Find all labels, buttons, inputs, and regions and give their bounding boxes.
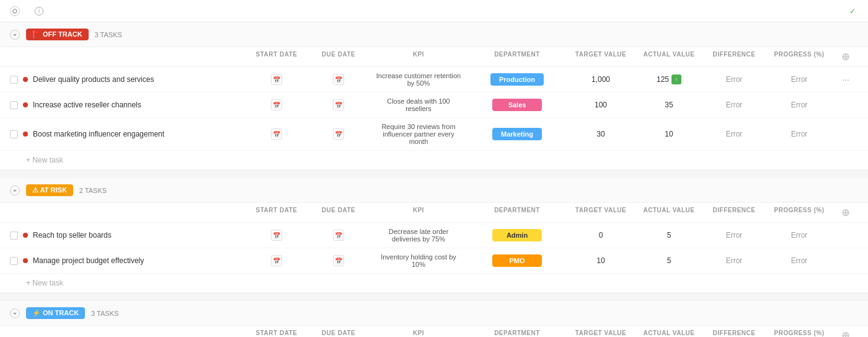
task-count-on-track: 3 TASKS — [91, 310, 118, 317]
col-header-at-risk-5: TARGET VALUE — [567, 207, 635, 218]
department-badge[interactable]: Admin — [492, 229, 542, 241]
convert-icon[interactable]: ⇄ — [159, 74, 169, 84]
col-headers-at-risk: START DATEDUE DATEKPIDEPARTMENTTARGET VA… — [0, 203, 868, 223]
due-date-cell: 📅 — [308, 255, 370, 266]
due-date-icon[interactable]: 📅 — [333, 99, 344, 110]
edit-icon[interactable]: ✎ — [184, 74, 193, 84]
target-value-cell: 30 — [567, 130, 635, 138]
actual-value-cell: 125↑ — [635, 74, 703, 84]
kpi-cell: Inventory holding cost by 10% — [370, 253, 467, 268]
col-header-at-risk-1: START DATE — [246, 207, 308, 218]
col-header-off-track-6: ACTUAL VALUE — [635, 51, 703, 63]
col-header-at-risk-2: DUE DATE — [308, 207, 370, 218]
section-header-off-track: 🚩 OFF TRACK 3 TASKS — [0, 22, 868, 47]
kpi-cell: Require 30 reviews from influencer partn… — [370, 123, 467, 145]
back-icon[interactable] — [10, 6, 20, 16]
col-header-on-track-1: START DATE — [246, 330, 308, 337]
link-icon[interactable]: 🔗 — [171, 74, 181, 84]
top-bar: i ✓ — [0, 0, 868, 22]
start-date-cell: 📅 — [246, 128, 308, 140]
target-value-cell: 100 — [567, 101, 635, 109]
start-date-cell: 📅 — [246, 255, 308, 266]
collapse-icon-at-risk[interactable] — [10, 186, 20, 195]
task-name-cell: Manage project budget effectively — [10, 256, 246, 265]
start-date-icon[interactable]: 📅 — [271, 128, 282, 140]
task-checkbox[interactable] — [10, 257, 18, 265]
department-cell: PMO — [467, 254, 567, 267]
due-date-icon[interactable]: 📅 — [333, 255, 344, 266]
start-date-cell: 📅 — [246, 74, 308, 85]
section-off-track: 🚩 OFF TRACK 3 TASKS START DATEDUE DATEKP… — [0, 22, 868, 171]
top-bar-left: i — [10, 6, 51, 16]
status-badge-off-track: 🚩 OFF TRACK — [26, 29, 89, 40]
department-badge[interactable]: Production — [490, 73, 544, 86]
table-row: Deliver quality products and services ⇄ … — [0, 67, 868, 92]
task-status-dot — [23, 233, 28, 238]
add-new-task-link[interactable]: + New task — [0, 151, 868, 170]
actual-value-cell: 10 — [635, 130, 703, 138]
col-header-on-track-9: ⊕ — [833, 330, 858, 337]
due-date-icon[interactable]: 📅 — [333, 230, 344, 241]
due-date-cell: 📅 — [308, 74, 370, 85]
task-count-off-track: 3 TASKS — [95, 31, 122, 38]
department-cell: Sales — [467, 99, 567, 111]
target-value-cell: 10 — [567, 256, 635, 265]
department-badge[interactable]: Sales — [492, 99, 542, 111]
difference-cell: Error — [703, 130, 765, 138]
progress-cell: Error — [765, 75, 833, 84]
add-new-task-link[interactable]: + New task — [0, 274, 868, 293]
start-date-cell: 📅 — [246, 99, 308, 110]
status-badge-at-risk: ⚠ AT RISK — [26, 184, 73, 196]
due-date-icon[interactable]: 📅 — [333, 128, 344, 140]
actual-value-cell: 5 — [635, 256, 703, 265]
hide-closed-button[interactable]: ✓ — [849, 7, 858, 16]
task-status-dot — [23, 258, 28, 263]
section-spacer — [0, 294, 868, 301]
start-date-icon[interactable]: 📅 — [271, 230, 282, 241]
task-checkbox[interactable] — [10, 76, 18, 84]
department-cell: Marketing — [467, 128, 567, 140]
col-header-at-risk-8: PROGRESS (%) — [765, 207, 833, 218]
department-badge[interactable]: Marketing — [492, 128, 542, 140]
col-header-off-track-7: DIFFERENCE — [703, 51, 765, 63]
task-name-cell: Reach top seller boards — [10, 231, 246, 240]
task-checkbox[interactable] — [10, 231, 18, 240]
due-date-icon[interactable]: 📅 — [333, 74, 344, 85]
task-name: Boost marketing influencer engagement — [33, 130, 164, 138]
start-date-icon[interactable]: 📅 — [271, 99, 282, 110]
sections-container: 🚩 OFF TRACK 3 TASKS START DATEDUE DATEKP… — [0, 22, 868, 337]
task-checkbox[interactable] — [10, 101, 18, 109]
due-date-cell: 📅 — [308, 128, 370, 140]
more-options-button[interactable]: ··· — [833, 74, 858, 84]
task-checkbox[interactable] — [10, 130, 18, 138]
start-date-icon[interactable]: 📅 — [271, 74, 282, 85]
kpi-cell: Close deals with 100 resellers — [370, 97, 467, 112]
info-icon[interactable]: i — [35, 7, 43, 16]
add-col-button-off-track[interactable]: ⊕ — [833, 51, 858, 63]
actual-value-text: 125 — [657, 75, 669, 84]
due-date-cell: 📅 — [308, 230, 370, 241]
target-value-cell: 0 — [567, 231, 635, 240]
add-col-button-at-risk[interactable]: ⊕ — [833, 207, 858, 218]
task-count-at-risk: 2 TASKS — [79, 187, 107, 194]
collapse-icon-off-track[interactable] — [10, 30, 20, 40]
trend-up-icon: ↑ — [671, 74, 681, 84]
col-header-at-risk-4: DEPARTMENT — [467, 207, 567, 218]
table-row: Boost marketing influencer engagement 📅📅… — [0, 118, 868, 151]
kpi-cell: Decrease late order deliveries by 75% — [370, 228, 467, 243]
task-name-cell: Increase active reseller channels — [10, 101, 246, 109]
start-date-icon[interactable]: 📅 — [271, 255, 282, 266]
task-name: Manage project budget effectively — [33, 256, 144, 265]
department-badge[interactable]: PMO — [492, 254, 542, 267]
section-header-at-risk: ⚠ AT RISK 2 TASKS — [0, 178, 868, 203]
col-headers-on-track: START DATEDUE DATEKPIDEPARTMENTTARGET VA… — [0, 326, 868, 337]
col-header-off-track-4: DEPARTMENT — [467, 51, 567, 63]
collapse-icon-on-track[interactable] — [10, 308, 20, 318]
progress-cell: Error — [765, 231, 833, 240]
section-spacer — [0, 171, 868, 178]
col-header-on-track-6: ACTUAL VALUE — [635, 330, 703, 337]
col-header-off-track-3: KPI — [370, 51, 467, 63]
add-col-button-on-track[interactable]: ⊕ — [833, 330, 858, 337]
actual-value-cell: 35 — [635, 101, 703, 109]
target-value-cell: 1,000 — [567, 75, 635, 84]
